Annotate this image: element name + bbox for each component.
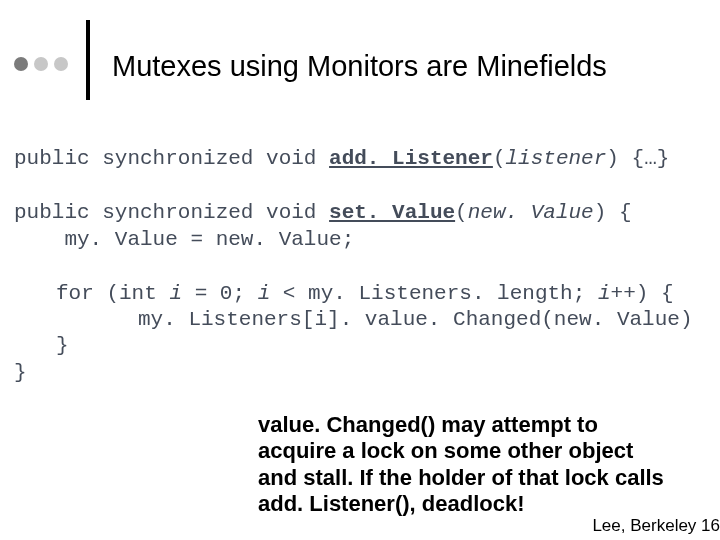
- footer-citation: Lee, Berkeley 16: [592, 516, 720, 536]
- code-line: public synchronized void add. Listener(l…: [14, 146, 706, 172]
- dot-icon: [54, 57, 68, 71]
- slide-title: Mutexes using Monitors are Minefields: [112, 46, 607, 83]
- decorative-dots: [14, 28, 86, 100]
- code-line: for (int i = 0; i < my. Listeners. lengt…: [14, 281, 706, 307]
- function-name: add. Listener: [329, 147, 493, 170]
- dot-icon: [34, 57, 48, 71]
- callout-text: value. Changed() may attempt to acquire …: [258, 412, 678, 518]
- code-line: my. Value = new. Value;: [14, 227, 706, 253]
- code-line: }: [14, 360, 706, 386]
- code-line: public synchronized void set. Value(new.…: [14, 200, 706, 226]
- code-line: my. Listeners[i]. value. Changed(new. Va…: [14, 307, 706, 333]
- function-name: set. Value: [329, 201, 455, 224]
- dot-icon: [14, 57, 28, 71]
- code-line: }: [14, 333, 706, 359]
- code-block: public synchronized void add. Listener(l…: [0, 118, 720, 386]
- slide-header: Mutexes using Monitors are Minefields: [0, 0, 720, 118]
- vertical-divider: [86, 20, 90, 100]
